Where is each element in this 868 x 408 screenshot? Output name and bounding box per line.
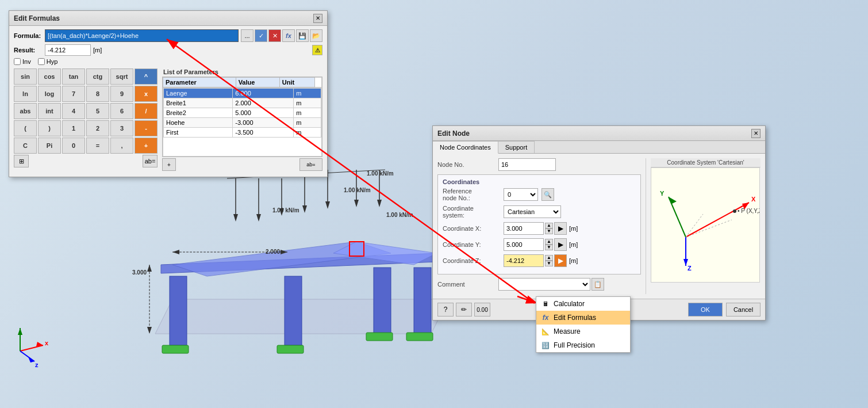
- coord-x-arrow-btn[interactable]: ▶: [554, 222, 567, 235]
- inv-check-input[interactable]: [14, 58, 21, 65]
- params-ab-btn[interactable]: ab=: [299, 158, 322, 171]
- param-breite2-unit: m: [294, 108, 321, 118]
- menu-full-precision[interactable]: 🔢 Full Precision: [536, 338, 630, 352]
- node-no-input[interactable]: [498, 158, 556, 171]
- calc-equals[interactable]: =: [86, 138, 109, 154]
- params-row-breite1[interactable]: Breite1 2.000 m: [164, 98, 321, 108]
- calc-ab-btn[interactable]: ab=: [143, 155, 158, 167]
- formulas-close-button[interactable]: ✕: [313, 14, 322, 23]
- reference-node-select[interactable]: 0: [504, 188, 538, 201]
- calc-9[interactable]: 9: [110, 86, 133, 102]
- calc-power[interactable]: ^: [135, 68, 158, 85]
- coord-y-row: Coordinate Y: ▲ ▼ ▶ [m]: [443, 238, 636, 251]
- calc-6[interactable]: 6: [110, 103, 133, 119]
- load-btn[interactable]: 📂: [310, 29, 322, 42]
- params-add-btn[interactable]: +: [162, 158, 176, 171]
- calc-mul[interactable]: x: [135, 86, 158, 102]
- menu-edit-formulas[interactable]: fx Edit Formulas: [536, 311, 630, 325]
- calc-plus[interactable]: +: [135, 138, 158, 154]
- ok-button[interactable]: OK: [688, 303, 723, 317]
- coord-z-spinner[interactable]: ▲ ▼: [545, 255, 553, 266]
- comment-icon-btn[interactable]: 📋: [592, 278, 604, 291]
- coord-z-up[interactable]: ▲: [545, 255, 553, 261]
- coord-x-row: Coordinate X: ▲ ▼ ▶ [m]: [443, 222, 636, 235]
- tab-support[interactable]: Support: [498, 141, 535, 153]
- params-row-laenge[interactable]: Laenge 6.000 m: [164, 89, 321, 98]
- node-dialog-close[interactable]: ✕: [751, 129, 761, 138]
- coord-z-input-group: ▲ ▼ ▶ [m]: [504, 254, 578, 267]
- svg-marker-28: [147, 327, 152, 334]
- calc-open-paren[interactable]: (: [14, 120, 37, 136]
- hyp-check-input[interactable]: [38, 58, 45, 65]
- calc-table-btn[interactable]: ⊞: [14, 155, 29, 167]
- cancel-button[interactable]: Cancel: [726, 303, 761, 317]
- check-btn[interactable]: ✓: [255, 29, 267, 42]
- calc-5[interactable]: 5: [86, 103, 109, 119]
- coord-z-arrow-btn[interactable]: ▶: [554, 254, 567, 267]
- svg-marker-5: [161, 253, 437, 273]
- clear-btn[interactable]: ✕: [268, 29, 281, 42]
- coord-x-input[interactable]: [504, 222, 544, 235]
- menu-calculator[interactable]: 🖩 Calculator: [536, 297, 630, 311]
- coord-y-spinner[interactable]: ▲ ▼: [545, 239, 553, 250]
- calc-sqrt[interactable]: sqrt: [110, 68, 133, 85]
- calc-3[interactable]: 3: [110, 120, 133, 136]
- coord-y-arrow-btn[interactable]: ▶: [554, 238, 567, 251]
- coord-x-up[interactable]: ▲: [545, 223, 553, 228]
- params-table-container: Parameter Value Unit Laenge: [162, 77, 322, 157]
- tab-node-coordinates[interactable]: Node Coordinates: [433, 141, 498, 154]
- menu-edit-formulas-label: Edit Formulas: [554, 314, 596, 322]
- calc-sin[interactable]: sin: [14, 68, 37, 85]
- coord-y-input[interactable]: [504, 238, 544, 251]
- calc-int[interactable]: int: [38, 103, 61, 119]
- calc-abs[interactable]: abs: [14, 103, 37, 119]
- params-row-breite2[interactable]: Breite2 5.000 m: [164, 108, 321, 118]
- svg-text:z: z: [35, 361, 39, 368]
- menu-measure[interactable]: 📐 Measure: [536, 325, 630, 338]
- inv-checkbox[interactable]: Inv: [14, 58, 31, 65]
- calc-div[interactable]: /: [135, 103, 158, 119]
- inv-label: Inv: [22, 58, 31, 65]
- footer-zero-btn[interactable]: 0.00: [474, 303, 490, 317]
- formula-input[interactable]: [45, 29, 239, 42]
- params-bottom-toolbar: + ab=: [162, 158, 322, 171]
- params-row-hoehe[interactable]: Hoehe -3.000 m: [164, 118, 321, 128]
- coordinates-section-title: Coordinates: [443, 178, 636, 185]
- fx-btn[interactable]: fx: [282, 29, 295, 42]
- calc-tan[interactable]: tan: [62, 68, 85, 85]
- coord-system-select[interactable]: Cartesian: [504, 205, 561, 218]
- calc-c[interactable]: C: [14, 138, 37, 154]
- ref-node-icon-btn[interactable]: 🔍: [541, 188, 554, 201]
- footer-help-btn[interactable]: ?: [437, 303, 454, 317]
- calc-minus[interactable]: -: [135, 120, 158, 136]
- calc-2[interactable]: 2: [86, 120, 109, 136]
- calc-cos[interactable]: cos: [38, 68, 61, 85]
- calc-0[interactable]: 0: [62, 138, 85, 154]
- coord-x-spinner[interactable]: ▲ ▼: [545, 223, 553, 234]
- params-scroll-area[interactable]: Laenge 6.000 m Breite1 2.000 m: [163, 87, 322, 157]
- calc-1[interactable]: 1: [62, 120, 85, 136]
- footer-edit-btn[interactable]: ✏: [456, 303, 472, 317]
- coord-z-down[interactable]: ▼: [545, 261, 553, 266]
- calc-8[interactable]: 8: [86, 86, 109, 102]
- params-row-first[interactable]: First -3.500 m: [164, 128, 321, 138]
- calc-ctg[interactable]: ctg: [86, 68, 109, 85]
- coord-y-down[interactable]: ▼: [545, 245, 553, 250]
- calc-log[interactable]: log: [38, 86, 61, 102]
- calc-4[interactable]: 4: [62, 103, 85, 119]
- param-breite2-name: Breite2: [164, 108, 233, 118]
- calc-pi[interactable]: Pi: [38, 138, 61, 154]
- calc-ln[interactable]: ln: [14, 86, 37, 102]
- calc-close-paren[interactable]: ): [38, 120, 61, 136]
- svg-text:x: x: [45, 340, 49, 346]
- browse-btn[interactable]: ...: [241, 29, 254, 42]
- coord-x-down[interactable]: ▼: [545, 228, 553, 234]
- coord-z-input[interactable]: [504, 254, 544, 267]
- calc-7[interactable]: 7: [62, 86, 85, 102]
- calc-comma[interactable]: ,: [110, 138, 133, 154]
- coord-y-up[interactable]: ▲: [545, 239, 553, 245]
- comment-select[interactable]: [498, 278, 590, 291]
- hyp-checkbox[interactable]: Hyp: [38, 58, 58, 65]
- svg-marker-15: [302, 205, 307, 213]
- save-btn[interactable]: 💾: [296, 29, 309, 42]
